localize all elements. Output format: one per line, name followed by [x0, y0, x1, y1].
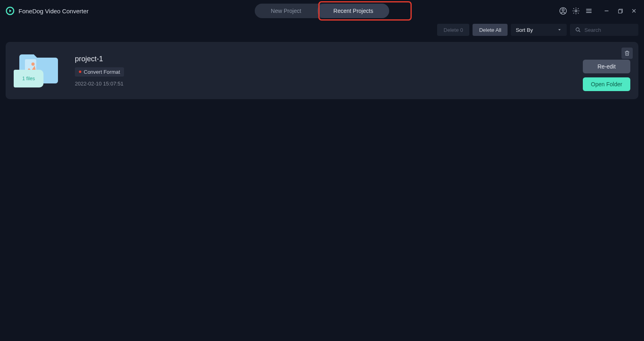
minimize-icon[interactable] — [602, 6, 611, 15]
sort-by-dropdown[interactable]: Sort By — [511, 24, 567, 36]
menu-icon[interactable] — [584, 6, 593, 15]
search-icon — [575, 27, 581, 33]
badge-dot-icon — [79, 71, 81, 73]
close-icon[interactable] — [630, 6, 638, 15]
logo-wrap: FoneDog Video Converter — [6, 6, 89, 15]
main-tabs: New Project Recent Projects — [255, 4, 389, 18]
chevron-down-icon — [557, 27, 562, 32]
project-info: project-1 Convert Format 2022-02-10 15:0… — [75, 55, 124, 87]
open-folder-button[interactable]: Open Folder — [583, 77, 630, 91]
app-title: FoneDog Video Converter — [19, 8, 89, 15]
svg-rect-4 — [618, 10, 621, 13]
app-logo-icon — [6, 6, 14, 15]
badge-text: Convert Format — [84, 69, 120, 75]
tab-new-project[interactable]: New Project — [255, 4, 317, 18]
svg-point-3 — [575, 10, 577, 12]
svg-point-5 — [576, 28, 579, 31]
tab-recent-projects[interactable]: Recent Projects — [317, 4, 389, 18]
delete-all-button[interactable]: Delete All — [473, 24, 508, 36]
project-card: 1 files project-1 Convert Format 2022-02… — [6, 42, 638, 99]
titlebar: FoneDog Video Converter New Project Rece… — [0, 0, 644, 22]
toolbar: Delete 0 Delete All Sort By — [0, 22, 644, 38]
project-badge: Convert Format — [75, 67, 124, 77]
project-timestamp: 2022-02-10 15:07:51 — [75, 81, 124, 87]
project-name: project-1 — [75, 55, 124, 63]
svg-point-2 — [562, 9, 564, 11]
search-input[interactable] — [584, 27, 634, 33]
delete-project-button[interactable] — [621, 48, 633, 59]
settings-icon[interactable] — [572, 6, 580, 15]
maximize-icon[interactable] — [616, 6, 625, 15]
content-area: 1 files project-1 Convert Format 2022-02… — [0, 38, 644, 103]
delete-count-button[interactable]: Delete 0 — [437, 24, 469, 36]
project-folder-icon: 1 files — [14, 52, 65, 89]
search-field[interactable] — [570, 24, 638, 36]
svg-point-7 — [31, 62, 35, 66]
folder-files-label: 1 files — [22, 76, 35, 81]
sort-by-label: Sort By — [516, 27, 533, 33]
account-icon[interactable] — [559, 6, 568, 15]
reedit-button[interactable]: Re-edit — [583, 60, 630, 73]
project-actions: Re-edit Open Folder — [583, 60, 630, 91]
